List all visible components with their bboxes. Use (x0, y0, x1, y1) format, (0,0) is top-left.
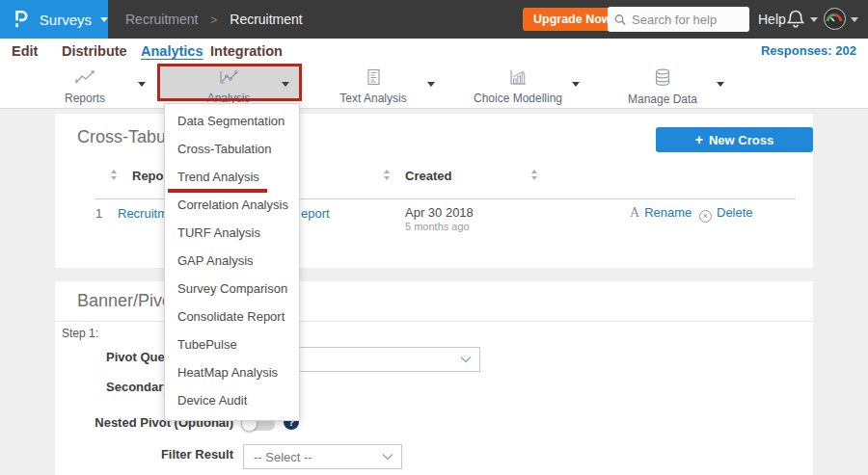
toolbar-manage-data-label: Manage Data (605, 92, 720, 106)
menu-item-trend-analysis[interactable]: Trend Analysis (165, 163, 299, 191)
choice-modelling-caret-icon[interactable] (572, 82, 580, 87)
toolbar-text-analysis-label: Text Analysis (315, 92, 431, 105)
toolbar-choice-modelling[interactable]: Choice Modelling (460, 68, 576, 105)
responses-count: Responses: 202 (761, 39, 856, 64)
tab-distribute[interactable]: Distribute (62, 39, 127, 64)
chevron-down-icon (460, 356, 472, 363)
workspace-label: Surveys (40, 12, 92, 28)
menu-item-turf-analysis[interactable]: TURF Analysis (165, 219, 299, 247)
rename-button[interactable]: ARename (630, 205, 692, 221)
sort-icon[interactable] (531, 170, 538, 180)
filter-result-label: Filter Result (55, 447, 233, 462)
banner-pivot-title: Banner/Pivot (77, 291, 176, 311)
menu-item-survey-comparison[interactable]: Survey Comparison (165, 275, 299, 303)
chevron-down-icon (100, 17, 108, 22)
notifications-button[interactable] (786, 9, 805, 33)
annotation-red-underline (168, 189, 267, 193)
toolbar-analysis[interactable]: Analysis (171, 68, 286, 105)
toolbar-reports[interactable]: Reports (27, 68, 143, 105)
toolbar-reports-label: Reports (27, 92, 143, 105)
breadcrumb-separator: > (210, 13, 217, 27)
menu-item-data-segmentation[interactable]: Data Segmentation (165, 107, 299, 135)
breadcrumb-survey-link[interactable]: Recruitment (125, 12, 198, 27)
breadcrumb: Recruitment > Recruitment (125, 0, 303, 39)
help-search-box[interactable] (608, 7, 749, 32)
search-icon (614, 13, 626, 26)
menu-item-device-audit[interactable]: Device Audit (165, 386, 299, 414)
new-cross-tabulation-button[interactable]: +New Cross Tabulation (656, 127, 813, 152)
pivot-question-label: Pivot Ques (106, 350, 172, 364)
bell-icon (786, 9, 805, 29)
chevron-down-icon (382, 453, 393, 461)
reports-caret-icon[interactable] (138, 82, 146, 87)
breadcrumb-current: Recruitment (230, 12, 302, 27)
app-window: Surveys Recruitment > Recruitment Upgrad… (0, 0, 868, 475)
product-menu[interactable]: Surveys (0, 0, 108, 39)
toolbar-choice-modelling-label: Choice Modelling (460, 92, 576, 105)
survey-nav: Edit Distribute Analytics Integration Re… (0, 39, 868, 65)
help-link[interactable]: Help (758, 0, 786, 39)
report-name-link-tail[interactable]: eport (301, 206, 330, 221)
sort-icon[interactable] (384, 170, 391, 180)
analysis-caret-icon[interactable] (282, 82, 289, 87)
document-icon (362, 68, 385, 86)
tab-analytics[interactable]: Analytics (141, 39, 203, 64)
analytics-toolbar: Reports Analysis Text Analysis (0, 65, 868, 109)
created-date: Apr 30 2018 (405, 205, 474, 220)
line-chart-icon (73, 68, 96, 86)
gauge-icon (825, 9, 844, 28)
row-index: 1 (95, 206, 102, 221)
account-caret-icon[interactable] (851, 17, 858, 22)
menu-item-tubepulse[interactable]: TubePulse (165, 330, 299, 358)
menu-item-consolidate-report[interactable]: Consolidate Report (165, 303, 299, 330)
analysis-dropdown-menu: Data Segmentation Cross-Tabulation Trend… (164, 103, 300, 421)
delete-circle-x-icon: × (699, 210, 712, 223)
scatter-chart-icon (217, 68, 240, 86)
secondary-label: Secondary (106, 380, 170, 394)
column-header-created[interactable]: Created (405, 169, 451, 183)
toolbar-manage-data[interactable]: Manage Data (605, 68, 720, 106)
menu-item-correlation-analysis[interactable]: Correlation Analysis (165, 191, 299, 219)
filter-result-value: -- Select -- (254, 445, 312, 469)
manage-data-caret-icon[interactable] (717, 82, 724, 87)
tab-edit[interactable]: Edit (12, 39, 38, 64)
step-label: Step 1: (62, 327, 98, 340)
menu-item-heatmap-analysis[interactable]: HeatMap Analysis (165, 358, 299, 386)
notifications-caret-icon[interactable] (810, 17, 818, 22)
created-relative-time: 5 months ago (405, 221, 470, 232)
menu-item-cross-tabulation[interactable]: Cross-Tabulation (165, 135, 299, 163)
delete-button[interactable]: ×Delete (699, 205, 753, 223)
database-icon (651, 68, 674, 87)
rename-letter-icon: A (630, 205, 639, 220)
bar-chart-icon (506, 68, 529, 86)
account-avatar[interactable] (824, 8, 846, 30)
toolbar-text-analysis[interactable]: Text Analysis (315, 68, 431, 105)
search-input[interactable] (632, 13, 743, 27)
tab-integration[interactable]: Integration (210, 39, 283, 64)
menu-item-gap-analysis[interactable]: GAP Analysis (165, 247, 299, 275)
top-bar: Surveys Recruitment > Recruitment Upgrad… (0, 0, 868, 39)
plus-icon: + (695, 132, 703, 147)
sort-icon[interactable] (111, 170, 118, 180)
text-analysis-caret-icon[interactable] (427, 82, 435, 87)
filter-result-select[interactable]: -- Select -- (243, 444, 402, 469)
questionpro-logo-icon (12, 7, 30, 32)
